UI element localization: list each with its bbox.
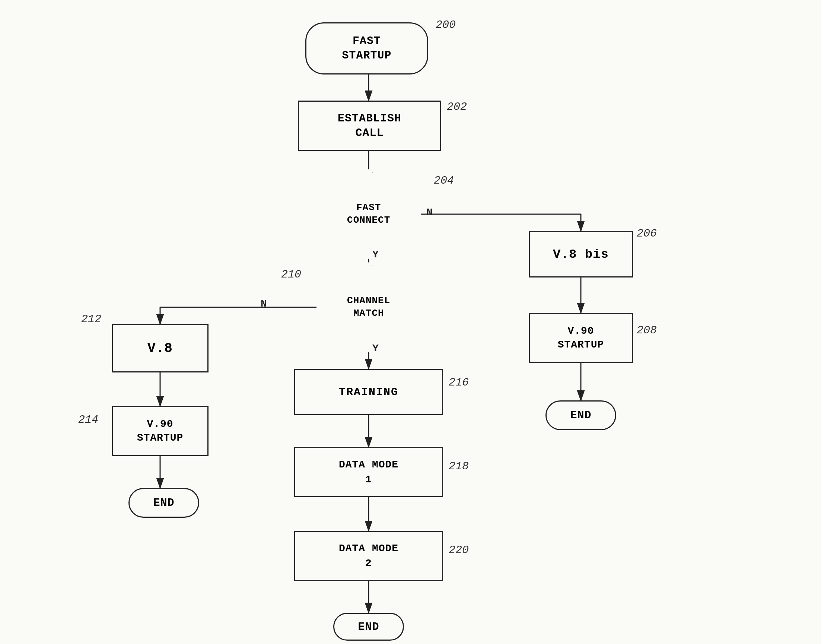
fast-connect-node: FAST CONNECT [307, 152, 430, 276]
data-mode-1-node: DATA MODE 1 [294, 447, 443, 497]
fast-startup-node: FAST STARTUP [305, 22, 428, 75]
fast-connect-n-label: N [426, 207, 433, 218]
ref-210: 210 [281, 268, 301, 281]
training-node: TRAINING [294, 369, 443, 415]
ref-206: 206 [637, 227, 657, 240]
ref-216: 216 [449, 376, 469, 389]
v8-node: V.8 [112, 324, 208, 373]
ref-218: 218 [449, 460, 469, 473]
ref-202: 202 [447, 101, 467, 113]
end-right-node: END [545, 400, 616, 430]
end-bottom-node: END [333, 613, 404, 641]
end-left-node: END [129, 488, 199, 518]
ref-212: 212 [81, 313, 101, 325]
channel-match-n-label: N [260, 298, 267, 310]
ref-214: 214 [78, 414, 98, 426]
v8bis-node: V.8 bis [529, 231, 633, 278]
ref-208: 208 [637, 324, 657, 337]
v90-startup-left-node: V.90 STARTUP [112, 406, 208, 456]
fast-connect-y-label: Y [372, 249, 379, 261]
ref-204: 204 [434, 174, 454, 187]
ref-200: 200 [436, 18, 456, 31]
establish-call-node: ESTABLISH CALL [298, 101, 441, 151]
channel-match-y-label: Y [372, 343, 379, 354]
data-mode-2-node: DATA MODE 2 [294, 531, 443, 581]
v90-startup-right-node: V.90 STARTUP [529, 313, 633, 363]
diagram-container: FAST STARTUP 200 ESTABLISH CALL 202 FAST… [0, 0, 821, 644]
ref-220: 220 [449, 544, 469, 557]
channel-match-node: CHANNEL MATCH [307, 245, 430, 369]
